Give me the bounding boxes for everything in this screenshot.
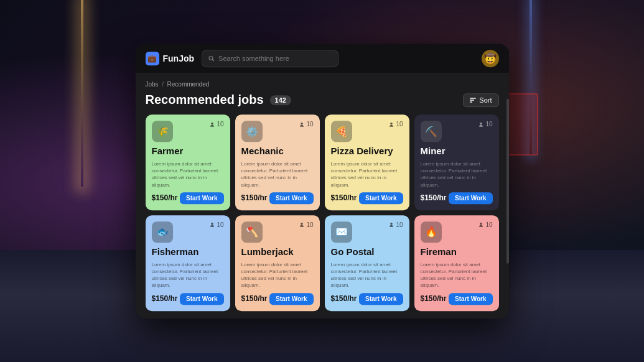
job-name: Lumberjack [241, 246, 314, 258]
start-work-button[interactable]: Start Work [269, 293, 313, 305]
job-name: Go Postal [331, 246, 403, 258]
svg-rect-2 [470, 98, 476, 99]
job-icon: ⛏️ [421, 121, 442, 142]
svg-point-9 [212, 223, 214, 225]
card-top: 🪓 10 [241, 221, 314, 243]
wage: $150/hr [152, 294, 178, 303]
job-icon: ✉️ [331, 221, 352, 243]
person-icon [389, 122, 394, 127]
job-desc: Lorem ipsum dolor sit amet consectetur. … [241, 261, 314, 289]
content-area: Jobs / Recommended Recommended jobs 142 … [136, 73, 509, 318]
breadcrumb: Jobs / Recommended [146, 81, 499, 88]
player-count: 10 [389, 121, 403, 128]
job-name: Farmer [152, 146, 224, 157]
card-top: ⚙️ 10 [241, 121, 314, 142]
page-header: Recommended jobs 142 Sort [146, 93, 499, 107]
job-icon: ⚙️ [241, 121, 263, 142]
job-desc: Lorem ipsum dolor sit amet consectetur. … [331, 261, 403, 289]
card-top: 🐟 10 [152, 221, 224, 243]
player-count: 10 [478, 221, 492, 228]
job-name: Fireman [421, 246, 493, 258]
card-bottom: $150/hr Start Work [331, 293, 403, 305]
person-icon [299, 223, 304, 228]
person-icon [210, 122, 215, 127]
brand-icon: 💼 [146, 52, 159, 65]
avatar-emoji: 🤠 [484, 52, 497, 64]
job-count-badge: 142 [270, 95, 291, 105]
card-bottom: $150/hr Start Work [421, 293, 493, 305]
avatar[interactable]: 🤠 [482, 50, 499, 67]
job-card-lumberjack: 🪓 10 Lumberjack Lorem ipsum dolor sit am… [235, 215, 320, 311]
job-card-go-postal: ✉️ 10 Go Postal Lorem ipsum dolor sit am… [325, 215, 409, 311]
card-bottom: $150/hr Start Work [152, 293, 224, 305]
job-card-fireman: 🔥 10 Fireman Lorem ipsum dolor sit amet … [414, 215, 499, 311]
start-work-button[interactable]: Start Work [180, 293, 223, 305]
card-bottom: $150/hr Start Work [331, 192, 403, 204]
start-work-button[interactable]: Start Work [359, 192, 403, 204]
main-modal: 💼 FunJob Search something here 🤠 Jobs / … [136, 44, 509, 318]
svg-point-6 [301, 122, 304, 124]
svg-line-1 [213, 59, 215, 61]
scroll-indicator [506, 99, 509, 264]
player-count: 10 [478, 121, 492, 128]
sort-button[interactable]: Sort [463, 93, 498, 107]
player-count: 10 [299, 221, 313, 228]
breadcrumb-parent: Jobs [146, 81, 159, 88]
start-work-button[interactable]: Start Work [359, 293, 403, 305]
brand: 💼 FunJob [146, 52, 195, 65]
svg-point-5 [212, 122, 214, 124]
wage: $150/hr [241, 194, 268, 203]
start-work-button[interactable]: Start Work [180, 192, 223, 204]
player-count: 10 [389, 221, 403, 228]
jobs-grid: 🌾 10 Farmer Lorem ipsum dolor sit amet c… [146, 114, 499, 311]
person-icon [210, 223, 215, 228]
job-name: Fisherman [152, 246, 224, 258]
svg-point-12 [480, 223, 483, 225]
person-icon [478, 223, 483, 228]
page-title: Recommended jobs [146, 93, 264, 107]
person-icon [299, 122, 304, 127]
job-desc: Lorem ipsum dolor sit amet consectetur. … [421, 160, 493, 188]
card-top: 🔥 10 [421, 221, 493, 243]
search-icon [208, 55, 215, 62]
street-glow-left [81, 0, 83, 187]
wage: $150/hr [331, 294, 357, 303]
sort-label: Sort [479, 96, 492, 104]
card-top: 🍕 10 [331, 121, 403, 142]
brand-name: FunJob [163, 53, 195, 63]
svg-rect-3 [470, 100, 474, 101]
job-icon: 🪓 [241, 221, 263, 243]
search-placeholder: Search something here [218, 55, 289, 62]
job-name: Pizza Delivery [331, 146, 403, 157]
job-desc: Lorem ipsum dolor sit amet consectetur. … [152, 261, 224, 289]
search-bar[interactable]: Search something here [202, 50, 338, 67]
svg-point-7 [391, 122, 393, 124]
job-icon: 🍕 [331, 121, 352, 142]
svg-point-8 [480, 122, 483, 124]
job-card-miner: ⛏️ 10 Miner Lorem ipsum dolor sit amet c… [414, 114, 499, 210]
navbar: 💼 FunJob Search something here 🤠 [136, 44, 509, 73]
svg-point-11 [391, 223, 393, 225]
job-card-pizza-delivery: 🍕 10 Pizza Delivery Lorem ipsum dolor si… [325, 114, 409, 210]
start-work-button[interactable]: Start Work [449, 192, 492, 204]
start-work-button[interactable]: Start Work [269, 192, 313, 204]
job-name: Mechanic [241, 146, 314, 157]
start-work-button[interactable]: Start Work [449, 293, 492, 305]
svg-point-10 [301, 223, 304, 225]
job-desc: Lorem ipsum dolor sit amet consectetur. … [241, 160, 314, 188]
job-icon: 🔥 [421, 221, 442, 243]
sort-icon [470, 98, 476, 103]
player-count: 10 [210, 121, 223, 128]
wage: $150/hr [152, 194, 178, 203]
card-top: ✉️ 10 [331, 221, 403, 243]
wage: $150/hr [421, 194, 447, 203]
card-bottom: $150/hr Start Work [421, 192, 493, 204]
wage: $150/hr [241, 294, 268, 303]
card-bottom: $150/hr Start Work [152, 192, 224, 204]
svg-rect-4 [470, 101, 472, 103]
card-bottom: $150/hr Start Work [241, 192, 314, 204]
player-count: 10 [299, 121, 313, 128]
svg-point-0 [209, 56, 213, 60]
job-name: Miner [421, 146, 493, 157]
job-card-fisherman: 🐟 10 Fisherman Lorem ipsum dolor sit ame… [146, 215, 230, 311]
